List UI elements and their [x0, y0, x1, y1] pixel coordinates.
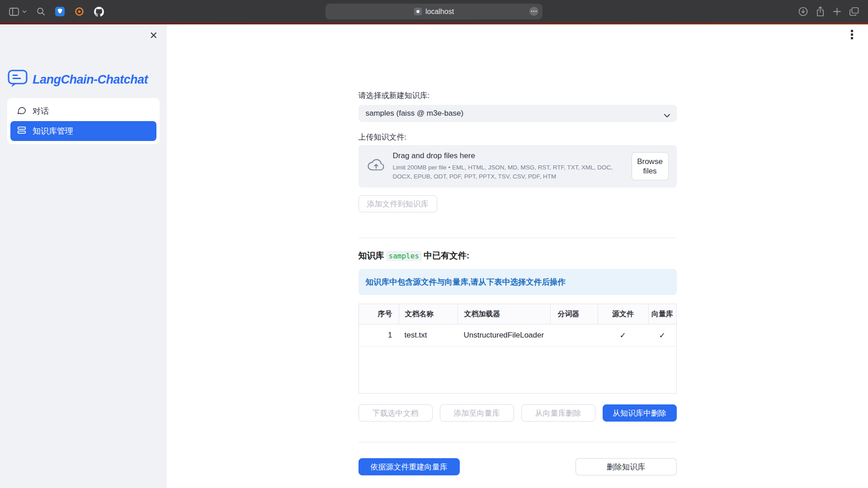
- file-action-buttons: 下载选中文档 添加至向量库 从向量库删除 从知识库中删除: [359, 404, 677, 422]
- toolbar-left: [0, 7, 104, 17]
- kb-select-label: 请选择或新建知识库:: [359, 90, 677, 101]
- table-header-splitter[interactable]: 分词器: [550, 304, 598, 324]
- sidebar-nav: 对话 知识库管理: [7, 98, 160, 144]
- dropzone-title: Drag and drop files here: [393, 151, 624, 160]
- cell-source-check[interactable]: ✓: [598, 324, 648, 346]
- divider: [359, 238, 677, 238]
- divider: [359, 442, 677, 442]
- delete-kb-button[interactable]: 删除知识库: [576, 458, 677, 475]
- extension-blue-icon[interactable]: [55, 7, 65, 16]
- logo-text: LangChain-Chatchat: [33, 73, 148, 87]
- table-header-source[interactable]: 源文件: [598, 304, 648, 324]
- cell-vector-check[interactable]: ✓: [648, 324, 676, 346]
- sidebar-item-label: 对话: [33, 106, 49, 117]
- browse-files-button[interactable]: Browse files: [632, 152, 669, 180]
- share-icon[interactable]: [816, 6, 825, 17]
- chevron-down-icon[interactable]: [22, 10, 27, 13]
- app-logo: LangChain-Chatchat: [7, 69, 160, 90]
- logo-chat-bubble-icon: [7, 69, 28, 90]
- rebuild-vector-store-button[interactable]: 依据源文件重建向量库: [359, 458, 460, 475]
- cell-doc-loader[interactable]: UnstructuredFileLoader: [458, 324, 550, 346]
- github-icon[interactable]: [94, 7, 104, 17]
- kb-select[interactable]: samples (faiss @ m3e-base): [359, 105, 677, 122]
- upload-label: 上传知识文件:: [359, 131, 677, 143]
- delete-from-vector-button[interactable]: 从向量库删除: [521, 404, 595, 422]
- cell-doc-name[interactable]: test.txt: [399, 324, 458, 346]
- table-header-row: 序号 文档名称 文档加载器 分词器 源文件 向量库: [359, 304, 676, 324]
- table-row[interactable]: 1 test.txt UnstructuredFileLoader ✓ ✓: [359, 324, 676, 347]
- info-alert: 知识库中包含源文件与向量库,请从下表中选择文件后操作: [359, 269, 677, 295]
- cell-splitter[interactable]: [550, 324, 598, 346]
- address-bar[interactable]: localhost: [326, 4, 542, 19]
- download-selected-button[interactable]: 下载选中文档: [359, 404, 433, 422]
- new-tab-icon[interactable]: [833, 7, 841, 16]
- search-icon[interactable]: [37, 7, 45, 16]
- sidebar-item-dialogue[interactable]: 对话: [10, 101, 156, 121]
- page-options-icon[interactable]: [529, 6, 539, 16]
- cell-index[interactable]: 1: [359, 324, 399, 346]
- dropzone-limit: Limit 200MB per file • EML, HTML, JSON, …: [393, 163, 624, 181]
- toolbar-right: [798, 0, 868, 23]
- chat-bubble-icon: [17, 105, 27, 117]
- add-files-to-kb-button[interactable]: 添加文件到知识库: [359, 195, 437, 212]
- kb-name-code: samples: [386, 251, 422, 261]
- table-header-doc-loader[interactable]: 文档加载器: [458, 304, 550, 324]
- browser-toolbar: localhost: [0, 0, 868, 23]
- address-text: localhost: [425, 8, 454, 16]
- app-menu-kebab-icon[interactable]: ⋮: [846, 29, 858, 41]
- heading-prefix: 知识库: [359, 251, 384, 260]
- kb-management-page: 请选择或新建知识库: samples (faiss @ m3e-base) 上传…: [359, 24, 677, 475]
- table-header-index[interactable]: 序号: [359, 304, 399, 324]
- downloads-icon[interactable]: [798, 7, 808, 16]
- extension-record-icon[interactable]: [75, 7, 84, 16]
- tab-overview-icon[interactable]: [849, 7, 859, 16]
- delete-from-kb-button[interactable]: 从知识库中删除: [603, 404, 677, 422]
- sidebar-item-kb-management[interactable]: 知识库管理: [10, 121, 156, 141]
- site-favicon: [414, 8, 422, 15]
- knowledge-base-icon: [17, 125, 27, 137]
- table-header-doc-name[interactable]: 文档名称: [399, 304, 458, 324]
- heading-suffix: 中已有文件:: [424, 251, 469, 260]
- sidebar-item-label: 知识库管理: [33, 126, 73, 136]
- chevron-down-icon: [664, 111, 670, 120]
- main-area: ⋮ 请选择或新建知识库: samples (faiss @ m3e-base) …: [167, 24, 868, 488]
- add-to-vector-store-button[interactable]: 添加至向量库: [440, 404, 514, 422]
- cloud-upload-icon: [367, 158, 386, 174]
- kb-files-heading: 知识库samples中已有文件:: [359, 250, 677, 262]
- sidebar: ✕ LangChain-Chatchat 对话: [0, 24, 167, 488]
- dropzone-texts: Drag and drop files here Limit 200MB per…: [393, 151, 624, 181]
- kb-bottom-buttons: 依据源文件重建向量库 删除知识库: [359, 458, 677, 475]
- table-header-vector[interactable]: 向量库: [648, 304, 676, 324]
- close-sidebar-icon[interactable]: ✕: [150, 31, 158, 41]
- files-table: 序号 文档名称 文档加载器 分词器 源文件 向量库 1 test.txt Uns…: [359, 304, 677, 394]
- sidebar-toggle-icon[interactable]: [9, 8, 19, 16]
- file-dropzone[interactable]: Drag and drop files here Limit 200MB per…: [359, 145, 677, 188]
- kb-select-value: samples (faiss @ m3e-base): [366, 109, 464, 118]
